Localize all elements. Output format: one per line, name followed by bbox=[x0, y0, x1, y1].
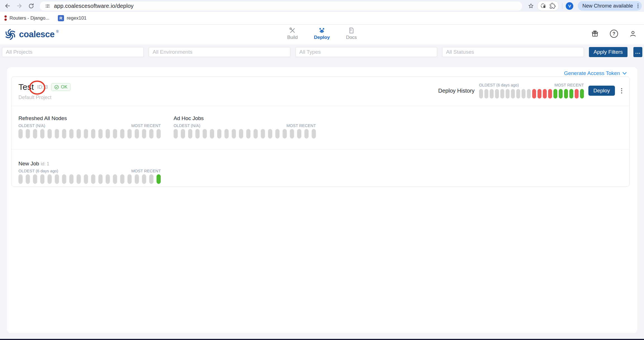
new-job-row: New Jobid: 1 OLDEST (6 days ago) MOST RE… bbox=[11, 149, 629, 184]
project-name: Test bbox=[18, 82, 34, 92]
url-text: app.coalescesoftware.io/deploy bbox=[54, 3, 134, 9]
back-button[interactable] bbox=[2, 1, 13, 11]
history-bar-empty bbox=[210, 129, 214, 139]
bookmark-routers-django[interactable]: Routers - Django... bbox=[4, 15, 49, 21]
header-actions: ? bbox=[591, 30, 637, 38]
history-bar-empty bbox=[304, 129, 309, 139]
project-card: Test ID: 3 OK Default Project Deploy His… bbox=[11, 76, 630, 187]
status-badge: OK bbox=[51, 83, 70, 91]
history-bar-empty bbox=[18, 174, 23, 184]
history-bar-empty bbox=[91, 174, 95, 184]
browser-menu-icon[interactable] bbox=[636, 3, 640, 10]
history-bar-success bbox=[157, 174, 161, 184]
filter-statuses-input[interactable] bbox=[442, 47, 584, 57]
history-bar-empty bbox=[127, 129, 132, 139]
extensions-capsule bbox=[537, 1, 559, 11]
more-filters-button[interactable]: ... bbox=[633, 47, 642, 57]
update-chrome-button[interactable]: New Chrome available bbox=[578, 1, 642, 11]
profile-avatar[interactable]: V bbox=[566, 2, 573, 10]
deploy-history-label: Deploy History bbox=[438, 88, 475, 94]
extensions-puzzle-icon[interactable] bbox=[550, 3, 556, 9]
deploy-button[interactable]: Deploy bbox=[588, 86, 615, 96]
registered-mark: ® bbox=[56, 30, 59, 34]
history-bar-empty bbox=[69, 129, 74, 139]
history-bar-empty bbox=[48, 129, 52, 139]
tab-build[interactable]: Build bbox=[287, 27, 298, 40]
most-recent-label: MOST RECENT bbox=[131, 169, 161, 173]
history-bar-empty bbox=[506, 89, 510, 99]
gift-icon[interactable] bbox=[591, 30, 599, 37]
reload-button[interactable] bbox=[26, 1, 36, 11]
job-id: id: 1 bbox=[41, 161, 49, 166]
screen-bottom-strip bbox=[0, 339, 644, 340]
bookmark-regex101[interactable]: R regex101 bbox=[58, 15, 87, 21]
tab-docs[interactable]: Docs bbox=[346, 27, 357, 40]
project-title-block: Test ID: 3 OK Default Project bbox=[18, 82, 70, 100]
forward-arrow-icon bbox=[16, 3, 23, 9]
history-bar-empty bbox=[495, 89, 499, 99]
oldest-label: OLDEST (N/A) bbox=[174, 123, 200, 128]
job-ad-hoc-jobs: Ad Hoc Jobs OLDEST (N/A) MOST RECENT bbox=[174, 115, 316, 149]
history-bar-success bbox=[580, 89, 584, 99]
history-bar-empty bbox=[33, 129, 37, 139]
history-bar-empty bbox=[62, 129, 66, 139]
history-bar-empty bbox=[312, 129, 316, 139]
history-bar-empty bbox=[142, 174, 146, 184]
job-new-job: New Jobid: 1 OLDEST (6 days ago) MOST RE… bbox=[18, 161, 161, 184]
history-bar-empty bbox=[297, 129, 301, 139]
history-bar-empty bbox=[135, 174, 139, 184]
site-settings-icon[interactable] bbox=[45, 3, 51, 9]
check-circle-icon bbox=[54, 85, 59, 90]
privacy-lock-icon[interactable] bbox=[540, 3, 547, 9]
most-recent-label: MOST RECENT bbox=[555, 83, 584, 87]
history-bar-empty bbox=[490, 89, 494, 99]
history-bar-success bbox=[564, 89, 568, 99]
star-icon bbox=[528, 3, 534, 9]
build-tools-icon bbox=[289, 27, 296, 34]
project-menu-icon[interactable] bbox=[619, 86, 624, 95]
history-bar-empty bbox=[195, 129, 200, 139]
history-bar-empty bbox=[26, 174, 30, 184]
history-bar-empty bbox=[174, 129, 178, 139]
history-bar-success bbox=[559, 89, 563, 99]
bookmark-star-button[interactable] bbox=[525, 1, 536, 11]
toolbar-separator bbox=[562, 3, 562, 9]
job-refreshed-all-nodes: Refreshed All Nodes OLDEST (N/A) MOST RE… bbox=[18, 115, 161, 149]
history-bar-empty bbox=[188, 129, 192, 139]
history-bar-empty bbox=[479, 89, 483, 99]
history-bar-empty bbox=[142, 129, 146, 139]
history-bar-empty bbox=[55, 129, 59, 139]
oldest-label: OLDEST (N/A) bbox=[18, 123, 45, 128]
history-bar-empty bbox=[26, 129, 30, 139]
filter-projects-input[interactable] bbox=[2, 47, 144, 57]
coalesce-logo[interactable]: coalesce ® bbox=[4, 29, 60, 40]
history-bar-empty bbox=[511, 89, 515, 99]
address-bar[interactable]: app.coalescesoftware.io/deploy bbox=[40, 1, 522, 11]
app-header: coalesce ® Build Deploy Docs ? bbox=[0, 25, 644, 44]
history-bar-empty bbox=[268, 129, 272, 139]
history-bar-failed bbox=[548, 89, 552, 99]
regex101-favicon: R bbox=[58, 15, 64, 21]
history-bar-empty bbox=[149, 174, 153, 184]
help-icon[interactable]: ? bbox=[610, 30, 618, 38]
filter-environments-input[interactable] bbox=[149, 47, 290, 57]
history-bar-empty bbox=[48, 174, 52, 184]
tab-deploy[interactable]: Deploy bbox=[314, 27, 330, 40]
forward-button[interactable] bbox=[14, 1, 25, 11]
generate-access-token-link[interactable]: Generate Access Token bbox=[564, 70, 627, 76]
account-person-icon[interactable] bbox=[629, 30, 637, 37]
history-bar-empty bbox=[120, 129, 124, 139]
history-bar-empty bbox=[98, 174, 103, 184]
oldest-label: OLDEST (6 days ago) bbox=[18, 169, 58, 173]
history-bar-empty bbox=[69, 174, 74, 184]
job-history-bars bbox=[18, 129, 161, 139]
history-bar-empty bbox=[484, 89, 488, 99]
history-bar-empty bbox=[149, 129, 153, 139]
bookmark-label: Routers - Django... bbox=[10, 15, 49, 21]
history-bar-empty bbox=[135, 129, 139, 139]
back-arrow-icon bbox=[4, 3, 11, 9]
filter-types-input[interactable] bbox=[295, 47, 437, 57]
history-bar-empty bbox=[181, 129, 185, 139]
apply-filters-button[interactable]: Apply Filters bbox=[589, 47, 628, 57]
history-bar-empty bbox=[290, 129, 294, 139]
